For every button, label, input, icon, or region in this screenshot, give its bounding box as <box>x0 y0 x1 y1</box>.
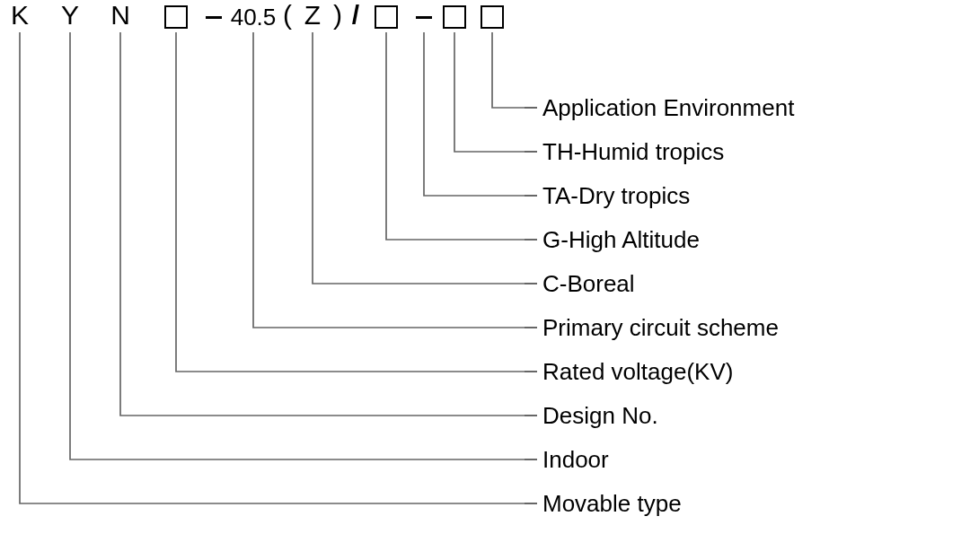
code-placeholder-box-2 <box>375 5 398 29</box>
leader-tick-1 <box>525 107 537 109</box>
label-primary-circuit-scheme: Primary circuit scheme <box>542 314 779 342</box>
label-th-humid-tropics: TH-Humid tropics <box>542 138 724 166</box>
code-paren-close: ) <box>333 0 342 31</box>
code-letter-y: Y <box>61 0 79 31</box>
code-placeholder-box-1 <box>164 5 188 29</box>
leader-tick-2 <box>525 151 537 153</box>
label-movable-type: Movable type <box>542 490 682 518</box>
code-placeholder-box-3 <box>443 5 466 29</box>
code-letter-k: K <box>11 0 29 31</box>
leader-lines <box>0 0 970 560</box>
label-c-boreal: C-Boreal <box>542 270 635 298</box>
label-ta-dry-tropics: TA-Dry tropics <box>542 182 690 210</box>
leader-tick-4 <box>525 239 537 241</box>
code-dash-2 <box>416 16 432 19</box>
leader-tick-5 <box>525 283 537 284</box>
leader-tick-3 <box>525 195 537 197</box>
model-designation-diagram: K Y N 40.5 ( Z ) / Application <box>0 0 970 560</box>
leader-tick-6 <box>525 327 537 328</box>
code-dash-1 <box>206 16 222 19</box>
leader-tick-7 <box>525 371 537 372</box>
leader-tick-8 <box>525 415 537 416</box>
code-slash: / <box>352 0 359 31</box>
code-placeholder-box-4 <box>481 5 504 29</box>
code-letter-n: N <box>110 0 130 31</box>
label-application-environment: Application Environment <box>542 94 794 122</box>
label-rated-voltage-kv: Rated voltage(KV) <box>542 358 733 386</box>
leader-tick-10 <box>525 503 537 504</box>
leader-tick-9 <box>525 459 537 460</box>
code-paren-open: ( <box>283 0 292 31</box>
code-letter-z: Z <box>304 0 321 31</box>
code-rated-voltage: 40.5 <box>231 4 277 31</box>
label-indoor: Indoor <box>542 446 609 474</box>
label-g-high-altitude: G-High Altitude <box>542 226 700 254</box>
label-design-no: Design No. <box>542 402 658 430</box>
